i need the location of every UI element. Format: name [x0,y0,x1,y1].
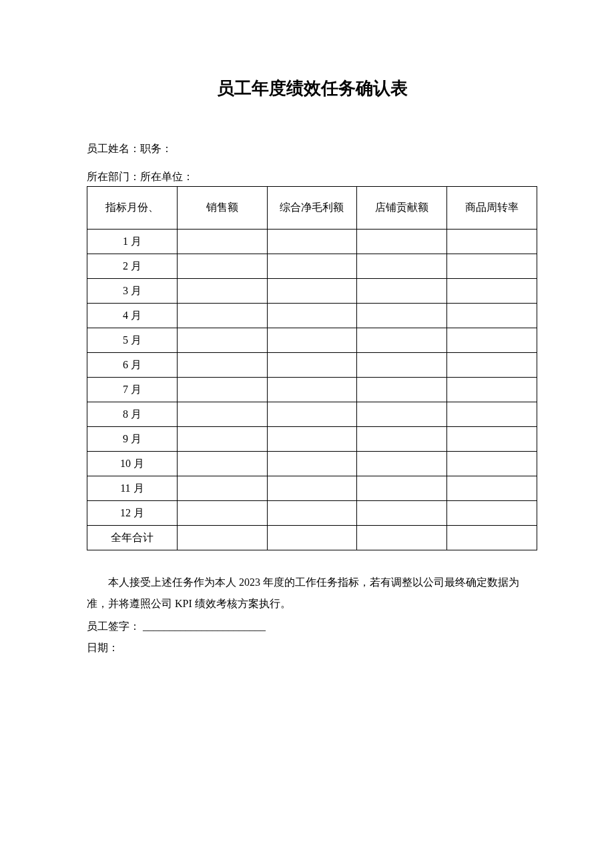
value-cell [267,452,357,476]
date-line: 日期： [87,637,537,659]
employee-info-line-1: 员工姓名：职务： [87,140,537,157]
value-cell [357,353,447,378]
employee-info-line-2: 所在部门：所在单位： [87,168,537,185]
value-cell [447,476,537,501]
value-cell [357,452,447,476]
value-cell [357,279,447,304]
header-month: 指标月份、 [87,187,178,230]
value-cell [177,254,267,279]
table-row: 1 月 [87,230,537,254]
value-cell [267,279,357,304]
value-cell [177,279,267,304]
value-cell [357,501,447,526]
month-cell: 2 月 [87,254,178,279]
table-row: 8 月 [87,402,537,427]
month-cell: 4 月 [87,304,178,328]
table-row: 12 月 [87,501,537,526]
value-cell [357,328,447,353]
month-cell: 11 月 [87,476,178,501]
month-cell: 9 月 [87,427,178,452]
table-row: 6 月 [87,353,537,378]
performance-table: 指标月份、 销售额 综合净毛利额 店铺贡献额 商品周转率 1 月 2 月 3 月 [87,186,537,550]
value-cell [177,501,267,526]
value-cell [447,304,537,328]
value-cell [447,427,537,452]
date-label: 日期： [87,642,119,653]
month-cell: 12 月 [87,501,178,526]
value-cell [357,402,447,427]
value-cell [447,230,537,254]
value-cell [267,254,357,279]
value-cell [177,328,267,353]
value-cell [267,304,357,328]
table-row: 7 月 [87,378,537,402]
signature-underline: _______________________ [143,620,266,632]
value-cell [177,304,267,328]
value-cell [267,427,357,452]
value-cell [447,452,537,476]
table-row-total: 全年合计 [87,526,537,550]
header-turnover: 商品周转率 [447,187,537,230]
value-cell [177,526,267,550]
table-body: 1 月 2 月 3 月 4 月 5 月 [87,230,537,550]
table-row: 3 月 [87,279,537,304]
value-cell [357,526,447,550]
month-cell: 3 月 [87,279,178,304]
month-cell: 6 月 [87,353,178,378]
value-cell [267,526,357,550]
value-cell [177,452,267,476]
table-row: 11 月 [87,476,537,501]
signature-line: 员工签字： _______________________ [87,616,537,637]
value-cell [177,402,267,427]
value-cell [177,353,267,378]
table-row: 4 月 [87,304,537,328]
value-cell [267,378,357,402]
month-cell: 8 月 [87,402,178,427]
table-row: 9 月 [87,427,537,452]
value-cell [177,378,267,402]
value-cell [267,476,357,501]
value-cell [267,501,357,526]
value-cell [357,427,447,452]
value-cell [447,279,537,304]
value-cell [357,304,447,328]
value-cell [447,353,537,378]
value-cell [177,476,267,501]
value-cell [267,353,357,378]
value-cell [267,328,357,353]
value-cell [357,378,447,402]
value-cell [447,328,537,353]
header-gross-profit: 综合净毛利额 [267,187,357,230]
value-cell [267,402,357,427]
document-title: 员工年度绩效任务确认表 [87,77,537,100]
value-cell [447,526,537,550]
month-cell: 全年合计 [87,526,178,550]
statement-text: 本人接受上述任务作为本人 2023 年度的工作任务指标，若有调整以公司最终确定数… [87,572,537,614]
month-cell: 1 月 [87,230,178,254]
table-row: 2 月 [87,254,537,279]
value-cell [357,476,447,501]
table-row: 10 月 [87,452,537,476]
month-cell: 7 月 [87,378,178,402]
value-cell [177,230,267,254]
value-cell [447,501,537,526]
value-cell [357,230,447,254]
value-cell [447,254,537,279]
signature-label: 员工签字： [87,620,140,632]
value-cell [447,402,537,427]
value-cell [267,230,357,254]
header-sales: 销售额 [177,187,267,230]
header-contribution: 店铺贡献额 [357,187,447,230]
month-cell: 10 月 [87,452,178,476]
value-cell [177,427,267,452]
month-cell: 5 月 [87,328,178,353]
table-row: 5 月 [87,328,537,353]
table-header-row: 指标月份、 销售额 综合净毛利额 店铺贡献额 商品周转率 [87,187,537,230]
value-cell [357,254,447,279]
value-cell [447,378,537,402]
